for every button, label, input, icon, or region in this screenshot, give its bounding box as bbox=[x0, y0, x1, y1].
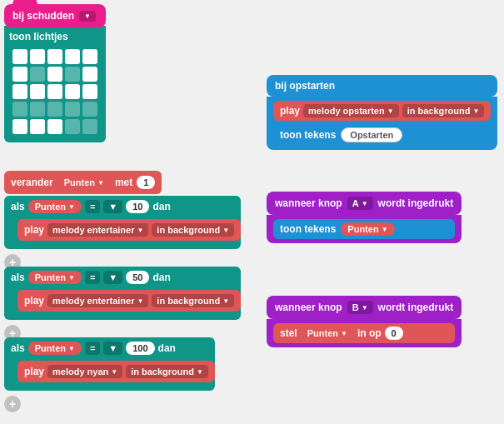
als-50-dan: dan bbox=[152, 272, 170, 283]
plus-100-icon[interactable]: + bbox=[4, 394, 21, 412]
play-50-block[interactable]: play melody entertainer in background bbox=[17, 290, 241, 312]
led-2-3[interactable] bbox=[65, 84, 80, 99]
led-1-1[interactable] bbox=[30, 67, 45, 82]
led-4-4[interactable] bbox=[82, 119, 97, 134]
bij-schudden-label: bij schudden bbox=[12, 10, 74, 22]
led-3-0[interactable] bbox=[12, 102, 27, 117]
als-50-var[interactable]: Punten bbox=[28, 271, 82, 284]
play-10-label: play bbox=[24, 224, 44, 236]
als-10-op: = bbox=[85, 200, 100, 213]
led-1-0[interactable] bbox=[12, 67, 27, 82]
als-50-als: als bbox=[11, 272, 25, 283]
wanneer-b-in-op-label: in op bbox=[357, 327, 382, 339]
play-50-label: play bbox=[24, 295, 44, 307]
led-1-4[interactable] bbox=[82, 67, 97, 82]
als-100-inner: play melody nyan in background bbox=[4, 359, 215, 384]
als-50-op2: ▼ bbox=[103, 271, 122, 284]
als-100-footer bbox=[4, 384, 215, 391]
led-0-0[interactable] bbox=[12, 49, 27, 64]
led-grid[interactable] bbox=[9, 46, 101, 137]
als-100-header: als Punten = ▼ 100 dan bbox=[4, 337, 215, 359]
led-2-2[interactable] bbox=[47, 84, 62, 99]
opstarten-toon-label: toon tekens bbox=[280, 129, 336, 141]
led-4-2[interactable] bbox=[47, 119, 62, 134]
wanneer-a-var[interactable]: Punten bbox=[341, 222, 394, 236]
wanneer-b-label: wanneer knop bbox=[275, 302, 342, 313]
als-50-header: als Punten = ▼ 50 dan bbox=[4, 267, 241, 288]
bij-schudden-group: bij schudden toon lichtjes bbox=[4, 4, 106, 142]
verander-value: 1 bbox=[137, 176, 155, 189]
plus-icon-100[interactable]: + bbox=[4, 396, 21, 412]
led-4-3[interactable] bbox=[65, 119, 80, 134]
wanneer-b-knop[interactable]: B bbox=[347, 301, 373, 314]
als-50-val: 50 bbox=[126, 271, 149, 284]
play-10-bg-dropdown[interactable]: in background bbox=[152, 223, 234, 237]
als-100-op2: ▼ bbox=[103, 342, 122, 355]
als-10-als: als bbox=[11, 201, 25, 212]
led-4-0[interactable] bbox=[12, 119, 27, 134]
als-100-val: 100 bbox=[126, 342, 154, 355]
led-3-3[interactable] bbox=[65, 102, 80, 117]
wanneer-a-group: wanneer knop A wordt ingedrukt toon teke… bbox=[267, 192, 462, 243]
als-50-footer bbox=[4, 313, 241, 320]
bij-opstarten-hat[interactable]: bij opstarten bbox=[267, 75, 497, 97]
play-100-block[interactable]: play melody nyan in background bbox=[17, 361, 215, 382]
wanneer-a-body: toon tekens Punten bbox=[267, 215, 462, 243]
led-0-2[interactable] bbox=[47, 49, 62, 64]
bij-schudden-hat[interactable]: bij schudden bbox=[4, 4, 106, 27]
wanneer-a-wordt: wordt ingedrukt bbox=[378, 197, 454, 209]
wanneer-b-group: wanneer knop B wordt ingedrukt stel Punt… bbox=[267, 296, 462, 347]
als-10-var[interactable]: Punten bbox=[28, 200, 82, 213]
wanneer-b-hat[interactable]: wanneer knop B wordt ingedrukt bbox=[267, 296, 462, 319]
play-100-melody-dropdown[interactable]: melody nyan bbox=[47, 365, 122, 378]
play-10-block[interactable]: play melody entertainer in background bbox=[17, 219, 241, 241]
led-3-1[interactable] bbox=[30, 102, 45, 117]
led-2-0[interactable] bbox=[12, 84, 27, 99]
bij-schudden-dropdown[interactable] bbox=[79, 11, 96, 22]
als-50-op: = bbox=[85, 271, 100, 284]
bij-opstarten-group: bij opstarten play melody opstarten in b… bbox=[267, 75, 497, 150]
verander-var-dropdown[interactable]: Punten bbox=[57, 176, 111, 189]
led-1-3[interactable] bbox=[65, 67, 80, 82]
wanneer-b-var[interactable]: Punten bbox=[301, 327, 354, 340]
led-0-3[interactable] bbox=[65, 49, 80, 64]
wanneer-a-label: wanneer knop bbox=[275, 197, 342, 209]
als-100-als: als bbox=[11, 342, 25, 354]
led-2-1[interactable] bbox=[30, 84, 45, 99]
wanneer-b-wordt: wordt ingedrukt bbox=[378, 302, 454, 313]
verander-met: met bbox=[115, 177, 132, 188]
bij-opstarten-body: play melody opstarten in background toon… bbox=[267, 97, 497, 150]
als-50-inner: play melody entertainer in background bbox=[4, 288, 241, 313]
led-4-1[interactable] bbox=[30, 119, 45, 134]
wanneer-a-knop[interactable]: A bbox=[347, 197, 373, 210]
led-3-2[interactable] bbox=[47, 102, 62, 117]
led-2-4[interactable] bbox=[82, 84, 97, 99]
play-50-melody-dropdown[interactable]: melody entertainer bbox=[47, 294, 148, 307]
play-50-bg-dropdown[interactable]: in background bbox=[152, 294, 234, 307]
als-50-group: als Punten = ▼ 50 dan play melody entert… bbox=[4, 267, 241, 320]
play-10-melody-dropdown[interactable]: melody entertainer bbox=[47, 223, 148, 237]
wanneer-b-value: 0 bbox=[385, 327, 403, 340]
opstarten-bg-dropdown[interactable]: in background bbox=[402, 104, 485, 117]
led-0-1[interactable] bbox=[30, 49, 45, 64]
als-100-var[interactable]: Punten bbox=[28, 342, 82, 355]
led-1-2[interactable] bbox=[47, 67, 62, 82]
opstarten-string[interactable]: Opstarten bbox=[341, 127, 402, 142]
als-10-group: als Punten = ▼ 10 dan play melody entert… bbox=[4, 196, 241, 249]
als-10-footer bbox=[4, 242, 241, 249]
als-100-dan: dan bbox=[158, 342, 176, 354]
als-10-op2: ▼ bbox=[103, 200, 122, 213]
wanneer-a-hat[interactable]: wanneer knop A wordt ingedrukt bbox=[267, 192, 462, 215]
verander-row[interactable]: verander Punten met 1 bbox=[4, 171, 162, 194]
wanneer-b-stel-block[interactable]: stel Punten in op 0 bbox=[273, 323, 455, 343]
opstarten-play-block[interactable]: play melody opstarten in background bbox=[273, 101, 491, 121]
toon-lichtjes-label: toon lichtjes bbox=[9, 31, 101, 42]
opstarten-melody-dropdown[interactable]: melody opstarten bbox=[303, 104, 399, 117]
opstarten-toon-block: toon tekens Opstarten bbox=[273, 124, 491, 146]
wanneer-b-stel-label: stel bbox=[280, 327, 297, 339]
led-0-4[interactable] bbox=[82, 49, 97, 64]
play-100-bg-dropdown[interactable]: in background bbox=[126, 365, 208, 378]
led-3-4[interactable] bbox=[82, 102, 97, 117]
wanneer-a-toon-block: toon tekens Punten bbox=[273, 219, 455, 239]
toon-lichtjes-block: toon lichtjes bbox=[4, 26, 106, 142]
